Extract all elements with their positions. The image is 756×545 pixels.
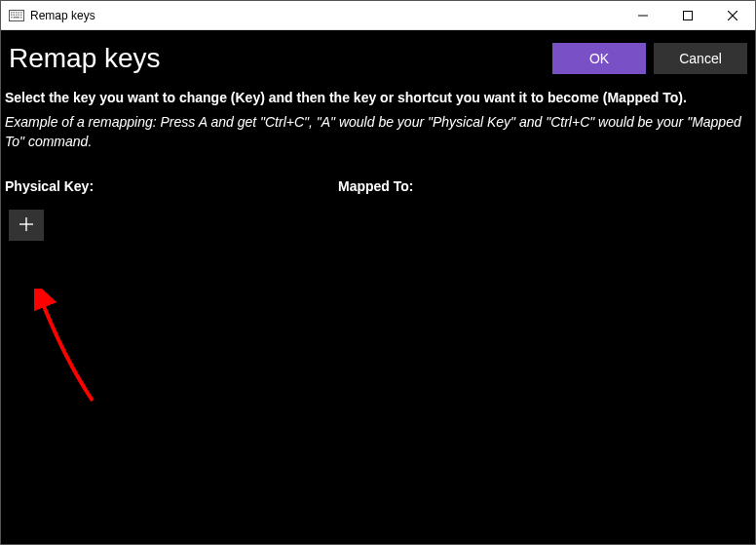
annotation-arrow <box>34 289 112 406</box>
page-title: Remap keys <box>9 43 161 74</box>
svg-rect-3 <box>16 12 18 14</box>
ok-button[interactable]: OK <box>552 43 646 74</box>
svg-rect-5 <box>20 12 22 14</box>
physical-key-header: Physical Key: <box>5 178 338 194</box>
header-row: Remap keys OK Cancel <box>1 30 755 74</box>
instruction-main: Select the key you want to change (Key) … <box>5 90 747 105</box>
window-controls <box>621 1 755 29</box>
plus-icon <box>19 216 34 235</box>
svg-rect-11 <box>11 17 13 19</box>
svg-rect-13 <box>20 17 22 19</box>
svg-rect-10 <box>20 14 22 16</box>
add-remap-button[interactable] <box>9 210 44 241</box>
instructions: Select the key you want to change (Key) … <box>1 74 755 151</box>
columns: Physical Key: Mapped To: <box>1 151 755 241</box>
cancel-button[interactable]: Cancel <box>654 43 747 74</box>
mapped-to-column: Mapped To: <box>338 178 671 241</box>
svg-rect-8 <box>16 14 18 16</box>
titlebar: Remap keys <box>1 1 755 30</box>
svg-rect-4 <box>19 12 20 14</box>
instruction-example: Example of a remapping: Press A and get … <box>5 113 747 151</box>
close-button[interactable] <box>710 1 755 29</box>
titlebar-title: Remap keys <box>30 9 621 22</box>
svg-rect-2 <box>14 12 16 14</box>
keyboard-icon <box>9 10 24 21</box>
svg-rect-6 <box>11 14 13 16</box>
minimize-button[interactable] <box>621 1 665 29</box>
svg-rect-12 <box>14 17 20 19</box>
window-frame: Remap keys Remap keys OK Cancel <box>0 0 756 545</box>
svg-rect-7 <box>14 14 16 16</box>
action-buttons: OK Cancel <box>552 43 747 74</box>
content-area: Remap keys OK Cancel Select the key you … <box>1 30 755 544</box>
svg-rect-9 <box>19 14 20 16</box>
maximize-button[interactable] <box>665 1 710 29</box>
mapped-to-header: Mapped To: <box>338 178 671 194</box>
svg-rect-1 <box>11 12 13 14</box>
svg-rect-15 <box>684 11 693 19</box>
physical-key-column: Physical Key: <box>5 178 338 241</box>
